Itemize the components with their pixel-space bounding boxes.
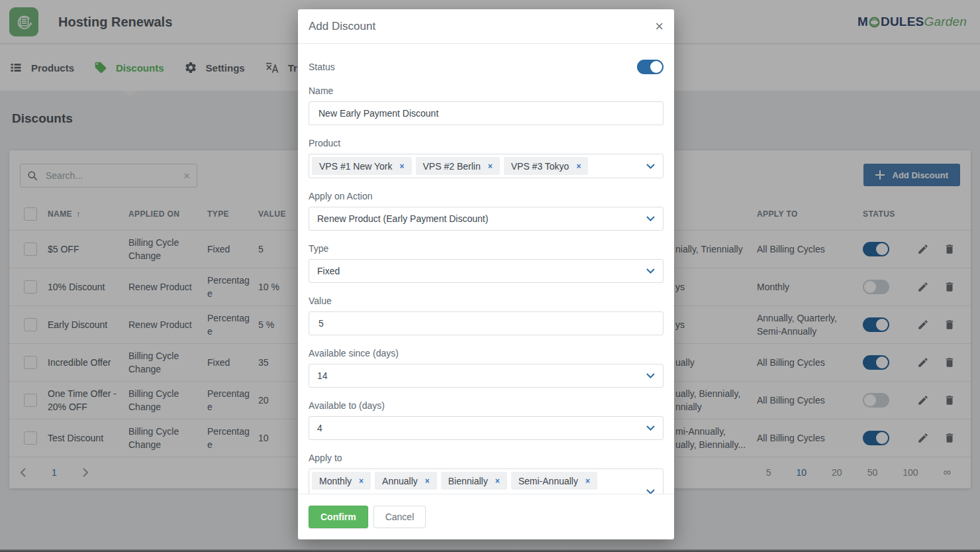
chevron-down-icon[interactable] [646,489,655,494]
screen-bottom-edge [0,549,980,552]
remove-chip-icon[interactable]: × [359,476,364,486]
modal-header: Add Discount × [298,9,674,44]
value-field: Value [309,296,663,335]
name-input[interactable] [317,107,655,119]
apply-on-action-field: Apply on Action Renew Product (Early Pay… [309,191,663,231]
product-field: Product VPS #1 New York× VPS #2 Berlin× … [309,138,663,178]
type-select[interactable]: Fixed [309,259,663,283]
chevron-down-icon [646,268,655,274]
modal-title: Add Discount [309,20,375,33]
available-since-label: Available since (days) [309,348,663,359]
remove-chip-icon[interactable]: × [488,162,493,171]
type-label: Type [309,243,663,254]
chevron-down-icon [646,216,655,221]
available-since-field: Available since (days) 14 [309,348,663,388]
name-field: Name [309,85,663,125]
confirm-button[interactable]: Confirm [309,506,368,528]
available-since-select[interactable]: 14 [309,364,663,388]
chevron-down-icon[interactable] [646,164,655,169]
screen: Hosting Renewals M DULES Garden Products… [0,0,980,552]
apply-on-action-select[interactable]: Renew Product (Early Payment Discount) [309,207,663,231]
product-chip: VPS #3 Tokyo× [504,157,589,175]
value-input[interactable] [317,317,655,329]
remove-chip-icon[interactable]: × [400,162,405,171]
status-label: Status [309,62,335,72]
chevron-down-icon [646,373,655,378]
remove-chip-icon[interactable]: × [495,476,500,486]
remove-chip-icon[interactable]: × [576,162,581,171]
available-to-select[interactable]: 4 [309,416,663,440]
cycle-chip: Annually× [375,472,437,490]
cancel-button[interactable]: Cancel [373,506,426,528]
apply-on-action-label: Apply on Action [309,191,663,201]
modal-body: Status Name Product VPS #1 New York× VPS… [298,44,674,494]
chevron-down-icon [646,425,655,431]
cycle-chip: Biennially× [441,472,507,490]
value-label: Value [309,296,663,306]
product-multiselect[interactable]: VPS #1 New York× VPS #2 Berlin× VPS #3 T… [309,154,663,178]
cycle-chip: Monthly× [312,472,371,490]
add-discount-modal: Add Discount × Status Name Product VPS #… [298,9,674,539]
apply-to-multiselect[interactable]: Monthly× Annually× Biennially× Semi-Annu… [309,469,663,494]
apply-to-label: Apply to [309,453,663,463]
product-chip: VPS #2 Berlin× [416,157,500,175]
modal-footer: Confirm Cancel [298,494,674,539]
type-field: Type Fixed [309,243,663,283]
cycle-chip: Semi-Annually× [511,472,597,490]
available-to-field: Available to (days) 4 [309,400,663,440]
status-toggle[interactable] [637,60,663,74]
product-chip: VPS #1 New York× [312,157,412,175]
name-label: Name [309,85,663,96]
remove-chip-icon[interactable]: × [585,476,590,486]
product-label: Product [309,138,663,148]
apply-to-field: Apply to Monthly× Annually× Biennially× … [309,453,663,494]
status-field: Status [309,54,663,80]
close-icon[interactable]: × [655,19,663,34]
available-to-label: Available to (days) [309,400,663,411]
remove-chip-icon[interactable]: × [425,476,430,486]
